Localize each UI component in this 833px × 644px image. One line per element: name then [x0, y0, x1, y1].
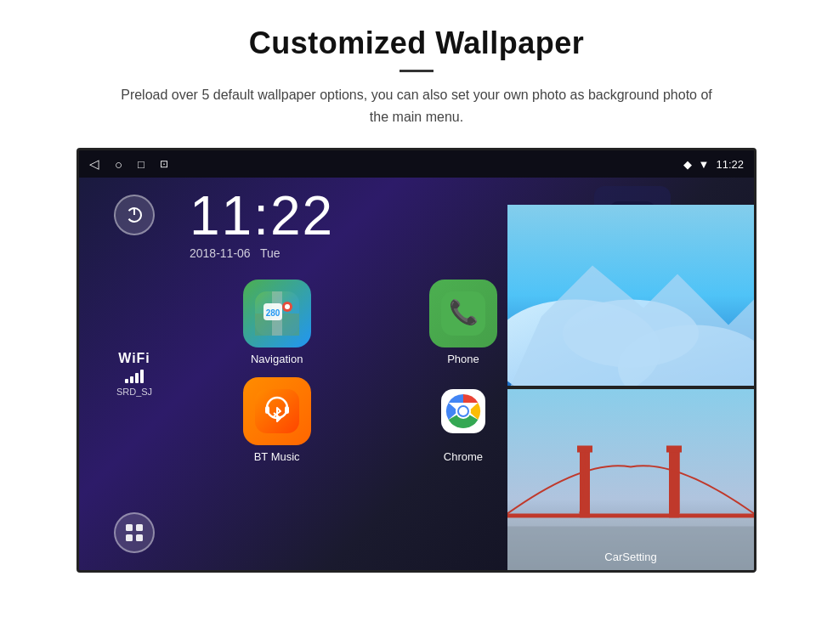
svg-rect-4 [126, 534, 133, 541]
power-button[interactable] [114, 195, 155, 235]
svg-rect-23 [265, 406, 269, 414]
svg-rect-45 [507, 514, 754, 518]
svg-rect-5 [136, 534, 143, 541]
wallpaper-panels: CarSetting [507, 205, 754, 570]
wifi-section: WiFi SRD_SJ [116, 351, 152, 397]
svg-rect-47 [669, 450, 679, 518]
nav-recent-icon[interactable]: □ [138, 158, 144, 171]
svg-text:📞: 📞 [448, 298, 478, 326]
phone-icon-bg: 📞 [429, 280, 497, 347]
apps-button[interactable] [114, 512, 155, 553]
status-time: 11:22 [716, 158, 744, 171]
bt-music-label: BT Music [254, 450, 300, 463]
status-bar-left: ◁ ○ □ ⊡ [89, 156, 168, 172]
svg-point-15 [285, 304, 290, 309]
location-icon: ◆ [683, 158, 692, 171]
navigation-label: Navigation [251, 353, 303, 365]
title-divider [400, 70, 434, 72]
title-section: Customized Wallpaper Preload over 5 defa… [34, 25, 799, 127]
status-bar: ◁ ○ □ ⊡ ◆ ▼ 11:22 [79, 150, 754, 178]
nav-home-icon[interactable]: ○ [115, 157, 122, 172]
status-bar-right: ◆ ▼ 11:22 [683, 158, 744, 171]
svg-text:280: 280 [265, 308, 280, 318]
bt-icon-bg [243, 377, 311, 445]
carsetting-label[interactable]: CarSetting [604, 551, 656, 563]
wifi-ssid: SRD_SJ [116, 387, 152, 397]
android-screen: ◁ ○ □ ⊡ ◆ ▼ 11:22 [76, 148, 756, 573]
wifi-bar-3 [135, 373, 139, 383]
wifi-bar-2 [130, 376, 133, 383]
page-subtitle: Preload over 5 default wallpaper options… [119, 84, 714, 127]
chrome-icon-bg [429, 377, 497, 445]
app-navigation[interactable]: 280 Navigation [190, 280, 364, 365]
page-wrapper: Customized Wallpaper Preload over 5 defa… [0, 0, 833, 590]
wifi-bar-4 [140, 370, 144, 383]
wifi-bars [116, 370, 152, 383]
svg-rect-2 [126, 524, 133, 531]
navigation-icon-bg: 280 [243, 280, 311, 347]
svg-rect-24 [285, 406, 289, 414]
svg-point-29 [459, 407, 468, 415]
wallpaper-bottom[interactable]: CarSetting [507, 389, 754, 570]
app-bt-music[interactable]: BT Music [190, 377, 364, 463]
nav-back-icon[interactable]: ◁ [89, 156, 99, 172]
wifi-label: WiFi [116, 351, 152, 366]
phone-label: Phone [447, 353, 479, 365]
android-content: WiFi SRD_SJ [79, 178, 754, 570]
wifi-signal-icon: ▼ [699, 158, 710, 171]
svg-rect-3 [136, 524, 143, 531]
screenshot-icon[interactable]: ⊡ [160, 158, 168, 170]
page-title: Customized Wallpaper [34, 25, 799, 61]
sidebar: WiFi SRD_SJ [79, 178, 190, 570]
wifi-bar-1 [125, 379, 128, 383]
chrome-label: Chrome [444, 450, 483, 463]
wallpaper-top[interactable] [507, 205, 754, 386]
